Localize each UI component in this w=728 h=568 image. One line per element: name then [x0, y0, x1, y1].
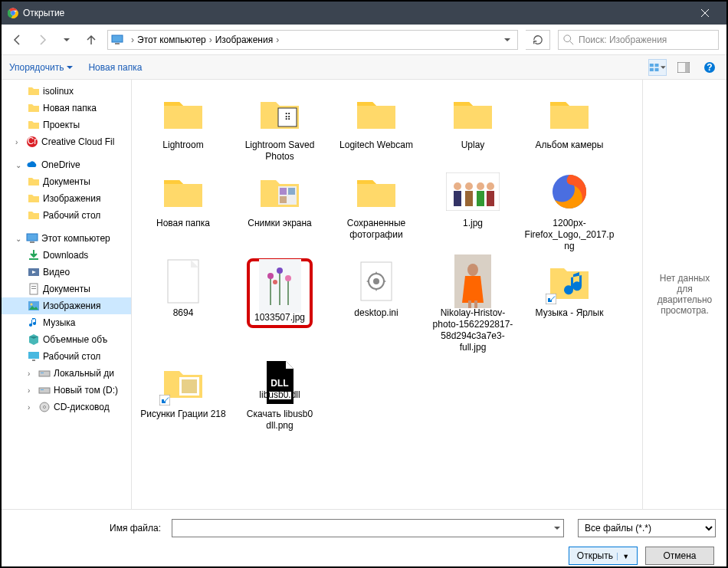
file-item[interactable]: Новая папка — [135, 166, 231, 255]
file-item[interactable]: Сохраненные фотографии — [328, 166, 425, 255]
sidebar-item-label: Рабочий стол — [43, 210, 100, 221]
sidebar-item[interactable]: ›CrCreative Cloud Fil — [2, 133, 131, 150]
sidebar-item[interactable]: Проекты — [2, 117, 131, 133]
sidebar-item[interactable]: Изображения — [2, 190, 131, 207]
svg-rect-64 — [546, 294, 556, 304]
file-item[interactable]: Снимки экрана — [231, 166, 328, 255]
help-button[interactable]: ? — [700, 59, 719, 76]
svg-rect-24 — [28, 352, 39, 359]
sidebar-item[interactable]: Документы — [2, 281, 131, 297]
sidebar-item-label: Документы — [43, 284, 90, 294]
preview-pane-button[interactable] — [674, 59, 693, 76]
sidebar-item-label: Документы — [43, 176, 90, 187]
svg-rect-25 — [32, 360, 35, 361]
file-item[interactable]: Uplay — [425, 87, 521, 166]
sidebar-item-label: Рабочий стол — [43, 351, 100, 362]
sidebar-item-label: Creative Cloud Fil — [41, 136, 114, 147]
sidebar-item[interactable]: ›Новый том (D:) — [2, 382, 131, 399]
sidebar-item[interactable]: ›CD-дисковод — [2, 399, 131, 415]
svg-point-39 — [454, 182, 461, 190]
file-label: Альбом камеры — [536, 140, 604, 151]
sidebar-item[interactable]: Документы — [2, 173, 131, 190]
up-button[interactable] — [83, 31, 100, 48]
sidebar-item-label: CD-дисковод — [54, 402, 110, 412]
svg-rect-67 — [159, 395, 170, 405]
forward-button[interactable] — [34, 31, 51, 48]
sidebar-item[interactable]: Музыка — [2, 314, 131, 331]
sidebar-item[interactable]: Видео — [2, 264, 131, 281]
file-item[interactable]: 1033507.jpg — [231, 255, 328, 356]
file-item[interactable]: Nikolay-Hristov-photo-1562292817-58d294c… — [425, 255, 521, 356]
filename-label: Имя файла: — [12, 523, 166, 534]
breadcrumb[interactable]: › Этот компьютер › Изображения › — [107, 30, 518, 50]
sidebar-item[interactable]: ⌄Этот компьютер — [2, 230, 131, 247]
sidebar-item-label: Новый том (D:) — [54, 385, 118, 396]
file-item[interactable]: Logitech Webcam — [328, 87, 425, 166]
svg-text:Cr: Cr — [28, 136, 38, 146]
close-button[interactable] — [690, 2, 720, 25]
file-item[interactable]: 1200px-Firefox_Logo,_2017.png — [521, 166, 618, 255]
file-item[interactable]: Музыка - Ярлык — [521, 255, 618, 356]
breadcrumb-current[interactable]: Изображения — [215, 34, 273, 45]
file-item[interactable]: Альбом камеры — [521, 87, 618, 166]
file-label: 1200px-Firefox_Logo,_2017.png — [523, 218, 615, 252]
sidebar-item[interactable]: Рабочий стол — [2, 348, 131, 365]
sidebar-item[interactable]: Объемные объ — [2, 331, 131, 348]
search-icon — [563, 34, 574, 45]
search-placeholder: Поиск: Изображения — [579, 34, 667, 45]
sidebar-item[interactable]: isolinux — [2, 83, 131, 100]
sidebar-item[interactable]: Downloads — [2, 247, 131, 264]
sidebar-item-label: Изображения — [43, 193, 100, 204]
file-list[interactable]: Lightroom⠿Lightroom Saved PhotosLogitech… — [132, 80, 642, 509]
svg-rect-26 — [39, 371, 50, 376]
filename-input[interactable] — [172, 519, 564, 537]
file-type-filter[interactable]: Все файлы (*.*) — [578, 519, 716, 537]
open-button[interactable]: Открыть ▼ — [569, 547, 638, 565]
sidebar-item-label: Музыка — [43, 317, 75, 328]
file-item[interactable]: DLLlibusb0.dllСкачать libusb0 dll.png — [231, 356, 328, 435]
svg-rect-37 — [280, 196, 287, 203]
breadcrumb-dropdown[interactable] — [500, 36, 514, 44]
svg-rect-10 — [685, 63, 689, 72]
breadcrumb-root[interactable]: Этот компьютер — [137, 34, 206, 45]
preview-pane: Нет данных для дварительно просмотра. — [642, 80, 726, 509]
file-label: Снимки экрана — [248, 218, 312, 229]
svg-text:?: ? — [707, 62, 712, 73]
sidebar-item[interactable]: Изображения — [2, 297, 131, 314]
svg-rect-2 — [112, 35, 123, 42]
recent-dropdown[interactable] — [58, 31, 75, 48]
file-item[interactable]: desktop.ini — [328, 255, 425, 356]
svg-point-59 — [373, 278, 379, 284]
svg-rect-7 — [650, 67, 654, 71]
svg-point-55 — [285, 275, 291, 281]
file-item[interactable]: Lightroom — [135, 87, 231, 166]
sidebar-item-label: Downloads — [43, 250, 88, 261]
search-input[interactable]: Поиск: Изображения — [558, 30, 719, 50]
breadcrumb-sep: › — [131, 34, 134, 45]
sidebar-item[interactable]: ⌄OneDrive — [2, 156, 131, 173]
file-label: 8694 — [173, 307, 194, 319]
view-mode-button[interactable] — [648, 59, 667, 76]
file-item[interactable]: Рисунки Грации 218 — [135, 356, 231, 435]
svg-point-31 — [44, 406, 46, 409]
file-item[interactable]: ⠿Lightroom Saved Photos — [231, 87, 328, 166]
file-item[interactable]: 8694 — [135, 255, 231, 356]
sidebar-item[interactable]: Рабочий стол — [2, 207, 131, 224]
main-area: isolinuxНовая папкаПроекты›CrCreative Cl… — [2, 80, 726, 509]
svg-rect-40 — [454, 191, 461, 206]
sidebar-item[interactable]: ›Локальный ди — [2, 365, 131, 382]
refresh-button[interactable] — [526, 30, 550, 50]
file-item[interactable]: 1.jpg — [425, 166, 521, 255]
file-label: Nikolay-Hristov-photo-1562292817-58d294c… — [428, 307, 518, 353]
svg-rect-16 — [30, 241, 34, 243]
back-button[interactable] — [9, 31, 26, 48]
sidebar-item[interactable]: Новая папка — [2, 100, 131, 117]
organize-menu[interactable]: Упорядочить — [9, 62, 73, 73]
new-folder-button[interactable]: Новая папка — [88, 62, 142, 73]
cancel-button[interactable]: Отмена — [645, 547, 714, 565]
sidebar-item-label: OneDrive — [41, 159, 80, 170]
breadcrumb-sep: › — [209, 34, 212, 45]
svg-point-61 — [467, 264, 478, 276]
svg-point-41 — [465, 182, 473, 190]
svg-rect-3 — [115, 43, 120, 44]
